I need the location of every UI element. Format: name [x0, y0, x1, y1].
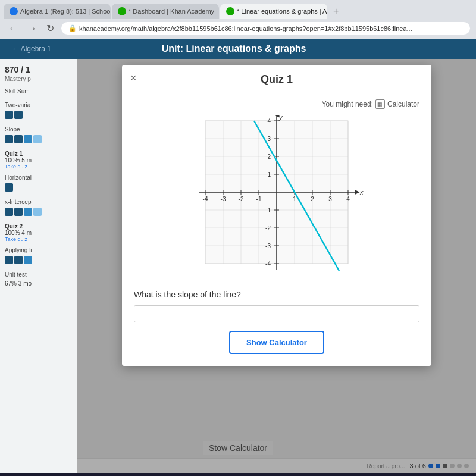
sidebar-skill-summary: Skill Sum: [5, 88, 72, 95]
browser-chrome: Algebra 1 (Reg 8): 513 | Schoolo... * Da…: [0, 0, 476, 39]
quiz1-link[interactable]: Take quiz: [5, 164, 72, 170]
sidebar-applying[interactable]: Applying li: [5, 247, 72, 264]
back-to-algebra[interactable]: ← Algebra 1: [12, 45, 51, 53]
x-intercept-label: x-Intercep: [5, 199, 72, 205]
show-calculator-button[interactable]: Show Calculator: [229, 331, 324, 354]
svg-text:2: 2: [267, 154, 271, 160]
horizontal-bars: [5, 183, 72, 192]
slope-bar-2: [14, 135, 23, 143]
svg-text:3: 3: [328, 196, 332, 202]
tab-linear-equations[interactable]: * Linear equations & graphs | Alg...: [220, 4, 327, 19]
sidebar-x-intercept[interactable]: x-Intercep: [5, 199, 72, 216]
x-intercept-bars: [5, 208, 72, 216]
might-need: You might need: ▦ Calculator: [134, 99, 419, 109]
modal-header: × Quiz 1: [122, 65, 431, 92]
sidebar-quiz1[interactable]: Quiz 1 100% 5 m Take quiz: [5, 151, 72, 170]
xi-bar-1: [5, 208, 13, 216]
calculator-label: Calculator: [387, 100, 419, 108]
sidebar-score: 870 / 1: [5, 65, 72, 74]
top-nav: ← Algebra 1 Unit: Linear equations & gra…: [0, 39, 476, 59]
svg-text:1: 1: [293, 196, 296, 202]
slope-bars: [5, 135, 72, 143]
svg-text:4: 4: [346, 196, 350, 202]
tab-linear-label: * Linear equations & graphs | Alg...: [237, 8, 327, 15]
unit-title: Unit: Linear equations & graphs: [162, 43, 306, 54]
svg-text:-4: -4: [203, 196, 208, 202]
horizontal-label: Horizontal: [5, 174, 72, 181]
xi-bar-2: [14, 208, 23, 216]
tab-schoology[interactable]: Algebra 1 (Reg 8): 513 | Schoolo...: [4, 4, 111, 19]
app-bar-1: [5, 256, 13, 264]
page-content: ← Algebra 1 Unit: Linear equations & gra…: [0, 39, 476, 473]
svg-text:-1: -1: [256, 196, 262, 202]
answer-input[interactable]: [134, 305, 419, 322]
sidebar-two-variable[interactable]: Two-varia: [5, 102, 72, 119]
sidebar-mastery: Mastery p: [5, 76, 72, 82]
url-box[interactable]: 🔒 khanacademy.org/math/algebra/x2f8bb115…: [61, 22, 470, 35]
app-bar-3: [24, 256, 32, 264]
svg-text:y: y: [278, 115, 283, 121]
main-layout: 870 / 1 Mastery p Skill Sum Two-varia Sl…: [0, 59, 476, 473]
question-text: What is the slope of the line?: [134, 290, 419, 299]
modal-close-button[interactable]: ×: [130, 72, 137, 84]
svg-text:-3: -3: [221, 196, 226, 202]
khan-favicon-2: [226, 7, 234, 15]
coordinate-graph: -4 -3 -2 -1: [187, 115, 366, 281]
quiz2-link[interactable]: Take quiz: [5, 236, 72, 242]
applying-bars: [5, 256, 72, 264]
tab-add-button[interactable]: +: [328, 4, 343, 19]
schoology-favicon: [10, 7, 18, 15]
sidebar-unit-test[interactable]: Unit test 67% 3 mo: [5, 271, 72, 287]
might-need-text: You might need:: [322, 100, 373, 108]
slope-label: Slope: [5, 126, 72, 133]
tab-khan-label: * Dashboard | Khan Academy: [129, 8, 214, 15]
modal-body: You might need: ▦ Calculator: [122, 92, 431, 366]
svg-text:3: 3: [267, 136, 271, 142]
modal-overlay: × Quiz 1 You might need: ▦ Calculator: [77, 59, 476, 473]
applying-label: Applying li: [5, 247, 72, 253]
skill-summary-label: Skill Sum: [5, 88, 72, 95]
back-button[interactable]: ←: [6, 22, 20, 35]
forward-button[interactable]: →: [25, 22, 39, 35]
svg-text:-4: -4: [265, 261, 271, 267]
quiz2-title: Quiz 2: [5, 223, 72, 230]
svg-text:1: 1: [267, 171, 271, 178]
two-variable-bars: [5, 111, 72, 119]
calculator-icon: ▦: [375, 99, 385, 109]
slope-bar-1: [5, 135, 13, 143]
quiz2-score: 100% 4 m: [5, 230, 72, 236]
modal-title: Quiz 1: [134, 73, 419, 86]
xi-bar-4: [33, 208, 42, 216]
app-bar-2: [14, 256, 23, 264]
address-bar: ← → ↻ 🔒 khanacademy.org/math/algebra/x2f…: [0, 19, 476, 39]
quiz1-title: Quiz 1: [5, 151, 72, 157]
two-variable-label: Two-varia: [5, 102, 72, 108]
khan-favicon-1: [118, 7, 126, 15]
svg-text:2: 2: [311, 196, 314, 202]
svg-text:-1: -1: [265, 207, 271, 214]
tab-schoology-label: Algebra 1 (Reg 8): 513 | Schoolo...: [20, 8, 111, 15]
svg-text:-2: -2: [265, 225, 271, 231]
slope-bar-4: [33, 135, 42, 143]
slope-bar-3: [24, 135, 32, 143]
sidebar-slope[interactable]: Slope: [5, 126, 72, 143]
tab-khan-dashboard[interactable]: * Dashboard | Khan Academy: [112, 4, 219, 19]
tab-bar: Algebra 1 (Reg 8): 513 | Schoolo... * Da…: [0, 0, 476, 19]
skill-bar-1: [5, 111, 13, 119]
skill-bar-2: [14, 111, 23, 119]
unit-test-score: 67% 3 mo: [5, 280, 72, 287]
quiz1-score: 100% 5 m: [5, 157, 72, 164]
svg-text:4: 4: [267, 118, 271, 124]
svg-text:-2: -2: [239, 196, 244, 202]
sidebar-horizontal[interactable]: Horizontal: [5, 174, 72, 192]
unit-test-label: Unit test: [5, 271, 72, 278]
graph-container: -4 -3 -2 -1: [134, 115, 419, 281]
reload-button[interactable]: ↻: [44, 21, 57, 35]
xi-bar-3: [24, 208, 32, 216]
svg-text:-3: -3: [265, 243, 271, 249]
quiz-modal: × Quiz 1 You might need: ▦ Calculator: [122, 65, 431, 366]
sidebar: 870 / 1 Mastery p Skill Sum Two-varia Sl…: [0, 59, 77, 473]
sidebar-quiz2[interactable]: Quiz 2 100% 4 m Take quiz: [5, 223, 72, 242]
horiz-bar-1: [5, 183, 13, 192]
main-content: × Quiz 1 You might need: ▦ Calculator: [77, 59, 476, 473]
